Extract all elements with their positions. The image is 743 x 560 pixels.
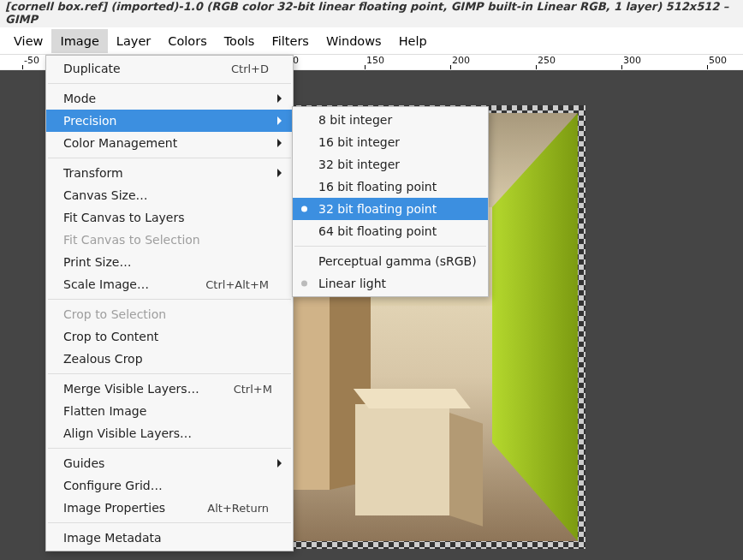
menuitem-32bit-float[interactable]: 32 bit floating point <box>293 198 488 220</box>
precision-submenu: 8 bit integer 16 bit integer 32 bit inte… <box>292 106 489 297</box>
accel-scale: Ctrl+Alt+M <box>205 278 269 291</box>
menuitem-mode[interactable]: Mode <box>46 87 293 110</box>
menu-view[interactable]: View <box>5 29 51 53</box>
menu-tools[interactable]: Tools <box>216 29 264 53</box>
menuitem-fit-canvas-layers[interactable]: Fit Canvas to Layers <box>46 206 293 229</box>
menuitem-linear-light[interactable]: Linear light <box>293 272 488 295</box>
accel-duplicate: Ctrl+D <box>231 63 269 75</box>
menuitem-crop-selection: Crop to Selection <box>46 303 293 325</box>
menuitem-duplicate[interactable]: Duplicate Ctrl+D <box>46 57 293 80</box>
menuitem-guides[interactable]: Guides <box>46 452 293 474</box>
menuitem-fit-canvas-selection: Fit Canvas to Selection <box>46 229 293 251</box>
menuitem-64bit-float[interactable]: 64 bit floating point <box>293 220 488 242</box>
menuitem-8bit-integer[interactable]: 8 bit integer <box>293 109 488 131</box>
menuitem-scale-image[interactable]: Scale Image… Ctrl+Alt+M <box>46 273 293 295</box>
menu-help[interactable]: Help <box>390 29 436 53</box>
menuitem-16bit-integer[interactable]: 16 bit integer <box>293 131 488 153</box>
menu-separator <box>294 246 486 247</box>
menu-image[interactable]: Image <box>51 29 107 53</box>
menu-filters[interactable]: Filters <box>263 29 317 53</box>
menuitem-merge-visible[interactable]: Merge Visible Layers… Ctrl+M <box>46 378 293 400</box>
menuitem-precision[interactable]: Precision <box>46 110 293 132</box>
menu-separator <box>48 299 291 300</box>
accel-properties: Alt+Return <box>207 502 269 515</box>
menuitem-image-properties[interactable]: Image Properties Alt+Return <box>46 497 293 519</box>
menuitem-print-size[interactable]: Print Size… <box>46 251 293 273</box>
menuitem-image-metadata[interactable]: Image Metadata <box>46 527 293 549</box>
menu-separator <box>48 522 291 523</box>
menuitem-align-visible[interactable]: Align Visible Layers… <box>46 422 293 444</box>
menuitem-color-management[interactable]: Color Management <box>46 132 293 154</box>
menu-separator <box>48 83 291 84</box>
menuitem-crop-content[interactable]: Crop to Content <box>46 325 293 348</box>
menubar: View Image Layer Colors Tools Filters Wi… <box>0 27 743 55</box>
canvas-area: Duplicate Ctrl+D Mode Precision Color Ma… <box>0 70 743 560</box>
menu-windows[interactable]: Windows <box>318 29 390 53</box>
menuitem-16bit-float[interactable]: 16 bit floating point <box>293 176 488 198</box>
radio-selected-icon <box>301 206 307 212</box>
window-title: [cornell box.ref] (imported)-1.0 (RGB co… <box>5 0 738 26</box>
menu-separator <box>48 448 291 449</box>
menuitem-perceptual-gamma[interactable]: Perceptual gamma (sRGB) <box>293 250 488 272</box>
menuitem-flatten[interactable]: Flatten Image <box>46 400 293 422</box>
menu-layer[interactable]: Layer <box>108 29 159 53</box>
radio-selected-icon <box>301 281 307 287</box>
menuitem-zealous-crop[interactable]: Zealous Crop <box>46 348 293 370</box>
menuitem-canvas-size[interactable]: Canvas Size… <box>46 184 293 206</box>
image-menu-dropdown: Duplicate Ctrl+D Mode Precision Color Ma… <box>45 55 294 551</box>
accel-merge: Ctrl+M <box>234 383 272 396</box>
window-titlebar: [cornell box.ref] (imported)-1.0 (RGB co… <box>0 0 743 27</box>
menu-separator <box>48 158 291 158</box>
menuitem-transform[interactable]: Transform <box>46 162 293 184</box>
menuitem-32bit-integer[interactable]: 32 bit integer <box>293 153 488 176</box>
menu-separator <box>48 373 291 374</box>
menuitem-configure-grid[interactable]: Configure Grid… <box>46 474 293 497</box>
menu-colors[interactable]: Colors <box>159 29 215 53</box>
